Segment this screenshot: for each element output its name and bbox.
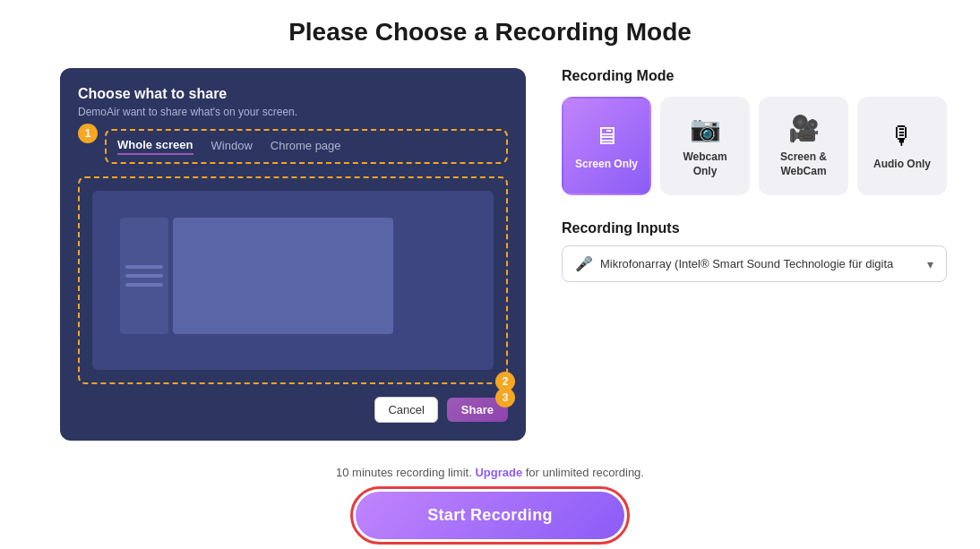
limit-text: 10 minutes recording limit. Upgrade for … [336, 466, 644, 479]
sidebar-line-1 [125, 265, 163, 269]
recording-inputs-label: Recording Inputs [562, 220, 947, 236]
mode-card-screen-only[interactable]: 🖥 Screen Only [562, 97, 651, 195]
mode-card-audio-only[interactable]: 🎙 Audio Only [857, 97, 947, 195]
cancel-button[interactable]: Cancel [374, 397, 437, 423]
right-panel: Recording Mode 🖥 Screen Only 📷 Webcam On… [562, 68, 947, 282]
recording-inputs-section: Recording Inputs 🎤 Mikrofonarray (Intel®… [562, 220, 947, 282]
screen-webcam-icon: 🎥 [788, 114, 820, 143]
dialog-footer: Cancel Share 3 [78, 397, 508, 423]
mode-card-screen-webcam[interactable]: 🎥 Screen & WebCam [759, 97, 848, 195]
audio-only-label: Audio Only [873, 158, 931, 172]
sidebar-line-3 [125, 283, 163, 287]
bottom-section: 10 minutes recording limit. Upgrade for … [36, 466, 944, 539]
start-recording-button[interactable]: Start Recording [356, 492, 624, 539]
mockup-sidebar [120, 218, 168, 334]
microphone-value: Mikrofonarray (Intel® Smart Sound Techno… [600, 257, 893, 270]
screen-preview-area: 2 [78, 176, 508, 384]
recording-mode-label: Recording Mode [562, 68, 947, 84]
mic-icon: 🎤 [575, 255, 593, 272]
limit-text-suffix: for unlimited recording. [526, 466, 644, 479]
screen-mockup [92, 191, 494, 370]
sidebar-line-2 [125, 274, 163, 278]
tab-window[interactable]: Window [211, 139, 253, 154]
main-content: Choose what to share DemoAir want to sha… [60, 68, 920, 441]
tab-whole-screen[interactable]: Whole screen [117, 138, 193, 155]
screen-only-icon: 🖥 [594, 121, 619, 150]
mockup-window [173, 218, 393, 334]
tabs-area: Whole screen Window Chrome page [105, 129, 508, 164]
limit-text-prefix: 10 minutes recording limit. [336, 466, 472, 479]
page-title: Please Choose a Recording Mode [288, 18, 692, 47]
microphone-dropdown-left: 🎤 Mikrofonarray (Intel® Smart Sound Tech… [575, 255, 893, 272]
step-badge-1: 1 [78, 124, 98, 143]
webcam-only-icon: 📷 [690, 114, 721, 143]
recording-modes: 🖥 Screen Only 📷 Webcam Only 🎥 Screen & W… [562, 97, 947, 195]
dialog-title: Choose what to share [78, 86, 508, 102]
screen-webcam-label: Screen & WebCam [769, 150, 838, 178]
microphone-dropdown[interactable]: 🎤 Mikrofonarray (Intel® Smart Sound Tech… [562, 245, 947, 282]
step-badge-3: 3 [495, 388, 515, 407]
chevron-down-icon: ▾ [927, 257, 933, 271]
tab-chrome-page[interactable]: Chrome page [271, 139, 341, 154]
upgrade-link[interactable]: Upgrade [475, 466, 522, 479]
webcam-only-label: Webcam Only [671, 150, 739, 178]
screen-only-label: Screen Only [575, 158, 638, 172]
dialog-subtitle: DemoAir want to share what's on your scr… [78, 106, 508, 118]
audio-only-icon: 🎙 [890, 121, 915, 150]
dialog-header: Choose what to share DemoAir want to sha… [78, 86, 508, 118]
mode-card-webcam-only[interactable]: 📷 Webcam Only [660, 97, 750, 195]
screen-dialog: Choose what to share DemoAir want to sha… [60, 68, 526, 441]
